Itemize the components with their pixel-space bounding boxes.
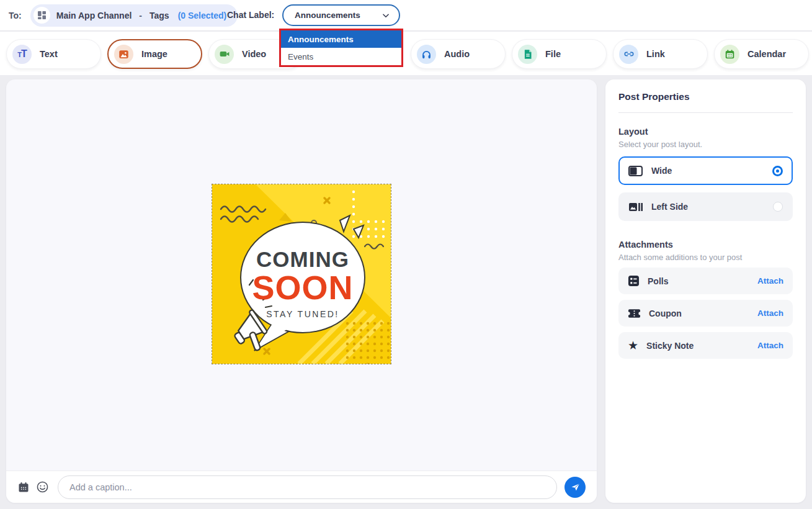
attach-coupon-button[interactable]: Attach [757,309,783,318]
panel-title: Post Properties [618,91,793,102]
channel-separator: - [139,11,142,20]
caption-input[interactable] [58,475,557,499]
radio-unselected-icon[interactable] [773,202,783,212]
tool-link-button[interactable]: Link [613,39,708,69]
attachment-row-sticky-note: ★ Sticky Note Attach [618,332,793,359]
post-preview-canvas: COMING SOON STAY TUNED! [6,79,597,503]
image-title-line2: SOON [252,269,353,306]
tool-file-button[interactable]: File [512,39,607,69]
channel-name: Main App Channel [56,11,132,20]
attachment-row-polls: Polls Attach [618,268,793,294]
chat-label-dropdown-menu: Announcements Events [279,29,403,67]
attachments-subheading: Attach some additions to your post [618,253,793,262]
chat-label-caption: Chat Label: [227,10,274,20]
schedule-calendar-icon[interactable] [17,481,30,493]
divider [618,112,793,113]
sticky-note-star-icon: ★ [628,340,638,351]
tool-image-button[interactable]: Image [107,39,202,69]
channel-grid-icon [33,7,50,24]
link-icon [619,45,638,64]
tool-text-button[interactable]: TT Text [6,39,101,69]
layout-subheading: Select your post layout. [618,140,793,149]
to-label: To: [9,11,22,20]
layout-option-label: Left Side [651,202,764,212]
text-icon: TT [12,45,32,64]
tool-calendar-button[interactable]: Calendar [714,39,809,69]
coupon-icon [628,309,641,318]
image-title-line1: COMING [256,247,349,271]
image-icon [114,45,133,64]
layout-option-left-side[interactable]: Left Side [618,192,793,221]
calendar-icon [720,45,739,64]
layout-option-wide[interactable]: Wide [618,156,793,185]
attachment-row-coupon: Coupon Attach [618,300,793,327]
polls-icon [628,275,640,287]
tool-label: Calendar [747,49,786,59]
attachment-label: Sticky Note [646,341,749,351]
chat-label-dropdown-value: Announcements [295,11,381,20]
audio-icon [417,45,436,64]
caption-bar [6,471,597,503]
chat-label-dropdown[interactable]: Announcements [282,4,400,26]
post-properties-panel: Post Properties Layout Select your post … [605,79,806,503]
dropdown-option-announcements[interactable]: Announcements [281,30,401,48]
tool-audio-button[interactable]: Audio [411,39,506,69]
attachment-label: Coupon [649,309,749,318]
file-icon [518,45,537,64]
attachment-label: Polls [648,276,749,286]
attachments-heading: Attachments [618,240,793,250]
tool-label: Image [141,49,167,59]
video-icon [215,45,234,64]
tool-label: Audio [444,49,470,59]
emoji-icon[interactable] [36,480,49,493]
dropdown-option-events[interactable]: Events [281,48,401,65]
radio-selected-icon[interactable] [772,166,783,176]
tags-label: Tags [149,11,169,20]
wide-layout-icon [628,166,643,176]
attach-polls-button[interactable]: Attach [757,276,783,286]
tool-label: Link [646,49,665,59]
channel-selector[interactable]: Main App Channel - Tags (0 Selected) [30,4,238,27]
chevron-down-icon [381,11,390,20]
layout-option-label: Wide [651,166,764,176]
tool-label: Text [40,49,58,59]
top-bar: To: Main App Channel - Tags (0 Selected) [0,0,812,31]
tool-label: File [545,49,561,59]
tags-count: (0 Selected) [178,11,227,20]
send-button[interactable] [564,477,586,498]
image-subtitle: STAY TUNED! [266,309,339,319]
attach-sticky-note-button[interactable]: Attach [757,341,783,350]
tool-label: Video [242,49,266,59]
left-side-layout-icon [628,202,643,212]
layout-heading: Layout [618,127,793,137]
post-image-preview[interactable]: COMING SOON STAY TUNED! [212,184,391,364]
